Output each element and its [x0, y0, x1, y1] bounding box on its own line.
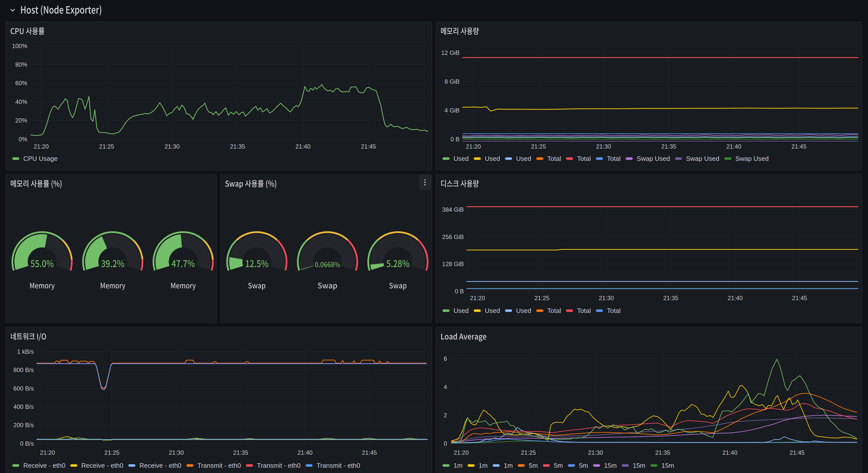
svg-text:21:25: 21:25 [534, 295, 550, 302]
svg-text:0%: 0% [19, 136, 27, 143]
svg-text:Total: Total [607, 307, 621, 314]
svg-text:1m: 1m [478, 462, 488, 469]
svg-text:4: 4 [444, 384, 447, 390]
svg-text:CPU Usage: CPU Usage [23, 155, 58, 162]
svg-text:Transmit - eth0: Transmit - eth0 [316, 462, 360, 469]
svg-text:21:30: 21:30 [588, 449, 603, 456]
svg-text:21:20: 21:20 [34, 143, 49, 150]
svg-text:21:30: 21:30 [599, 295, 614, 302]
svg-text:21:45: 21:45 [362, 449, 377, 456]
svg-text:21:25: 21:25 [521, 449, 536, 456]
svg-text:384 GiB: 384 GiB [442, 206, 464, 213]
svg-text:21:45: 21:45 [792, 295, 807, 302]
svg-text:80%: 80% [15, 61, 27, 68]
svg-text:2: 2 [444, 412, 447, 419]
svg-text:5m: 5m [554, 462, 563, 469]
svg-text:21:20: 21:20 [470, 295, 485, 302]
svg-text:21:40: 21:40 [298, 449, 312, 456]
svg-text:0 B: 0 B [455, 288, 464, 295]
svg-text:100%: 100% [12, 42, 27, 49]
svg-text:Used: Used [485, 155, 500, 162]
svg-text:Receive - eth0: Receive - eth0 [23, 462, 65, 469]
svg-text:21:20: 21:20 [454, 449, 469, 456]
svg-text:21:45: 21:45 [791, 143, 806, 150]
svg-text:21:35: 21:35 [233, 449, 248, 456]
svg-text:8 GiB: 8 GiB [444, 78, 460, 85]
svg-text:21:40: 21:40 [728, 295, 743, 302]
svg-text:15m: 15m [604, 462, 617, 469]
svg-text:Swap Used: Swap Used [736, 155, 769, 162]
svg-text:5m: 5m [579, 462, 588, 469]
svg-text:21:25: 21:25 [99, 143, 114, 150]
svg-text:Transmit - eth0: Transmit - eth0 [197, 462, 241, 469]
svg-text:1m: 1m [454, 462, 463, 469]
svg-text:21:20: 21:20 [40, 449, 55, 456]
svg-text:128 GiB: 128 GiB [442, 260, 464, 267]
svg-text:15m: 15m [661, 462, 674, 469]
svg-text:600 B/s: 600 B/s [13, 385, 34, 392]
svg-text:800 B/s: 800 B/s [13, 367, 34, 373]
svg-text:21:25: 21:25 [104, 449, 120, 456]
svg-text:21:35: 21:35 [230, 143, 245, 150]
svg-text:21:40: 21:40 [722, 449, 738, 456]
svg-text:Used: Used [454, 307, 469, 314]
svg-text:0 B: 0 B [451, 136, 460, 143]
svg-text:Used: Used [516, 307, 531, 314]
svg-text:400 B/s: 400 B/s [13, 403, 34, 410]
svg-text:Total: Total [577, 307, 591, 314]
svg-text:60%: 60% [15, 80, 27, 87]
svg-text:21:30: 21:30 [165, 143, 180, 150]
svg-text:21:35: 21:35 [655, 449, 670, 456]
svg-text:5m: 5m [529, 462, 538, 469]
svg-text:Receive - eth0: Receive - eth0 [82, 462, 124, 469]
svg-text:21:25: 21:25 [531, 143, 546, 150]
svg-text:15m: 15m [633, 462, 646, 469]
svg-text:Transmit - eth0: Transmit - eth0 [257, 462, 301, 469]
svg-text:21:40: 21:40 [726, 143, 741, 150]
svg-text:21:45: 21:45 [361, 143, 376, 150]
svg-text:Total: Total [577, 155, 591, 162]
svg-text:6: 6 [444, 355, 447, 362]
svg-text:0: 0 [444, 440, 447, 447]
svg-text:21:30: 21:30 [596, 143, 611, 150]
svg-text:12 GiB: 12 GiB [441, 49, 460, 56]
svg-text:0 B/s: 0 B/s [20, 440, 34, 447]
svg-text:21:30: 21:30 [168, 449, 184, 456]
svg-text:21:35: 21:35 [663, 295, 678, 302]
svg-text:21:45: 21:45 [789, 449, 805, 456]
svg-text:Receive - eth0: Receive - eth0 [139, 462, 181, 469]
svg-text:21:40: 21:40 [296, 143, 310, 150]
svg-text:Total: Total [547, 155, 561, 162]
svg-text:40%: 40% [15, 98, 27, 105]
svg-text:Swap Used: Swap Used [686, 155, 719, 162]
svg-text:Used: Used [485, 307, 500, 314]
svg-text:20%: 20% [15, 117, 27, 124]
svg-text:4 GiB: 4 GiB [444, 107, 460, 114]
svg-text:Used: Used [454, 155, 469, 162]
svg-text:Swap Used: Swap Used [637, 155, 670, 162]
svg-text:256 GiB: 256 GiB [442, 233, 464, 240]
svg-text:Used: Used [516, 155, 531, 162]
svg-text:21:20: 21:20 [466, 143, 481, 150]
svg-text:200 B/s: 200 B/s [13, 422, 34, 429]
svg-text:1m: 1m [504, 462, 513, 469]
svg-text:1 kB/s: 1 kB/s [17, 348, 34, 355]
svg-text:21:35: 21:35 [661, 143, 676, 150]
svg-text:Total: Total [547, 307, 561, 314]
svg-text:Total: Total [607, 155, 621, 162]
